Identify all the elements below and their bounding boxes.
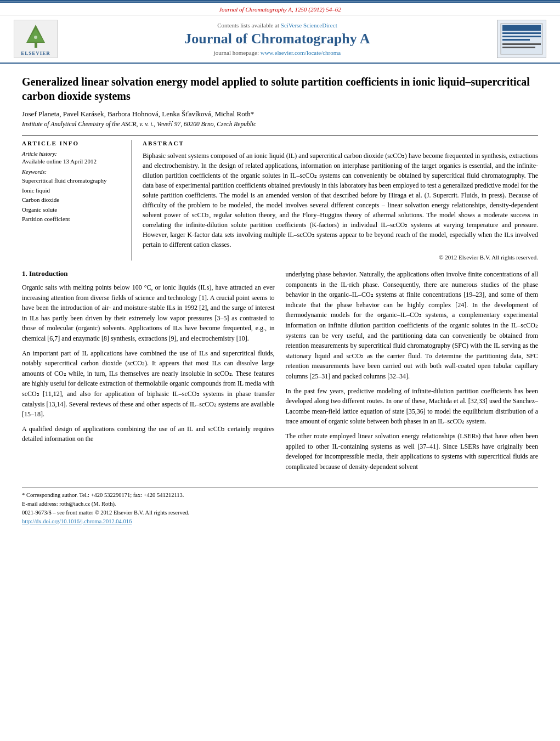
elsevier-logo-box: ELSEVIER — [14, 20, 58, 58]
footnote-doi: http://dx.doi.org/10.1016/j.chroma.2012.… — [22, 517, 538, 526]
body-para-right-2: In the past few years, predictive modeli… — [286, 386, 539, 427]
keyword-item-1: Supercritical fluid chromatography — [22, 176, 125, 186]
article-info-col: ARTICLE INFO Article history: Available … — [22, 140, 132, 261]
journal-header-middle: Contents lists available at SciVerse Sci… — [66, 20, 489, 58]
journal-header: ELSEVIER Contents lists available at Sci… — [0, 15, 560, 64]
keyword-item-3: Carbon dioxide — [22, 195, 125, 205]
article-history-label: Article history: — [22, 151, 125, 157]
copyright-line: © 2012 Elsevier B.V. All rights reserved… — [143, 254, 538, 261]
abstract-text: Biphasic solvent systems composed of an … — [143, 151, 538, 250]
keywords-section: Keywords: Supercritical fluid chromatogr… — [22, 169, 125, 224]
body-left-col: 1. Introduction Organic salts with melti… — [22, 269, 275, 476]
journal-homepage-line: journal homepage: www.elsevier.com/locat… — [214, 49, 341, 56]
keyword-item-4: Organic solute — [22, 205, 125, 215]
footnote-doi-link[interactable]: http://dx.doi.org/10.1016/j.chroma.2012.… — [22, 518, 132, 524]
elsevier-tree-icon — [21, 22, 51, 49]
homepage-link[interactable]: www.elsevier.com/locate/chroma — [261, 49, 341, 56]
body-para-right-3: The other route employed linear solvatio… — [286, 431, 539, 472]
abstract-col: ABSTRACT Biphasic solvent systems compos… — [143, 140, 538, 261]
keywords-label: Keywords: — [22, 169, 125, 175]
body-right-col: underlying phase behavior. Naturally, th… — [286, 269, 539, 476]
body-para-3: A qualified design of applications combi… — [22, 424, 275, 444]
sciverse-link[interactable]: SciVerse ScienceDirect — [281, 22, 337, 29]
authors: Josef Planeta, Pavel Karásek, Barbora Ho… — [22, 110, 538, 118]
article-available-online: Available online 13 April 2012 — [22, 158, 125, 165]
page: Journal of Chromatography A, 1250 (2012)… — [0, 0, 560, 741]
footnote-email: E-mail address: roth@iach.cz (M. Roth). — [22, 500, 538, 508]
abstract-heading: ABSTRACT — [143, 140, 538, 146]
keyword-item-5: Partition coefficient — [22, 214, 125, 224]
svg-rect-5 — [502, 25, 541, 31]
main-content: Generalized linear solvation energy mode… — [0, 64, 560, 536]
header-right-logo — [494, 20, 549, 58]
article-info-heading: ARTICLE INFO — [22, 140, 125, 146]
svg-rect-10 — [502, 47, 535, 48]
authors-text: Josef Planeta, Pavel Karásek, Barbora Ho… — [22, 110, 254, 118]
svg-rect-9 — [502, 43, 541, 45]
svg-rect-6 — [502, 32, 541, 34]
right-logo-box — [497, 20, 546, 58]
elsevier-logo-left: ELSEVIER — [11, 20, 60, 58]
svg-marker-2 — [27, 29, 44, 42]
journal-citation: Journal of Chromatography A, 1250 (2012)… — [219, 6, 341, 13]
svg-rect-8 — [502, 39, 530, 41]
body-para-right-1: underlying phase behavior. Naturally, th… — [286, 269, 539, 382]
right-logo-icon — [500, 22, 544, 55]
sciverse-prefix: Contents lists available at — [217, 22, 280, 29]
affiliation: Institute of Analytical Chemistry of the… — [22, 121, 538, 127]
top-border — [0, 0, 560, 2]
article-info-abstract-section: ARTICLE INFO Article history: Available … — [22, 135, 538, 261]
footnote-area: * Corresponding author. Tel.: +420 53229… — [22, 487, 538, 525]
journal-bar: Journal of Chromatography A, 1250 (2012)… — [0, 3, 560, 15]
homepage-prefix: journal homepage: — [214, 49, 261, 56]
body-para-2: An important part of IL applications hav… — [22, 348, 275, 420]
intro-heading: 1. Introduction — [22, 269, 275, 278]
journal-title-header: Journal of Chromatography A — [184, 31, 370, 47]
keyword-item-2: Ionic liquid — [22, 186, 125, 196]
svg-point-3 — [34, 36, 37, 39]
footnote-corresponding: * Corresponding author. Tel.: +420 53229… — [22, 491, 538, 500]
svg-rect-7 — [502, 36, 541, 37]
body-para-1: Organic salts with melting points below … — [22, 282, 275, 344]
body-section: 1. Introduction Organic salts with melti… — [22, 269, 538, 476]
article-history-section: Article history: Available online 13 Apr… — [22, 151, 125, 165]
elsevier-brand-text: ELSEVIER — [21, 50, 50, 56]
sciverse-line: Contents lists available at SciVerse Sci… — [217, 22, 337, 29]
article-title: Generalized linear solvation energy mode… — [22, 75, 538, 103]
footnote-issn: 0021-9673/$ – see front matter © 2012 El… — [22, 508, 538, 517]
